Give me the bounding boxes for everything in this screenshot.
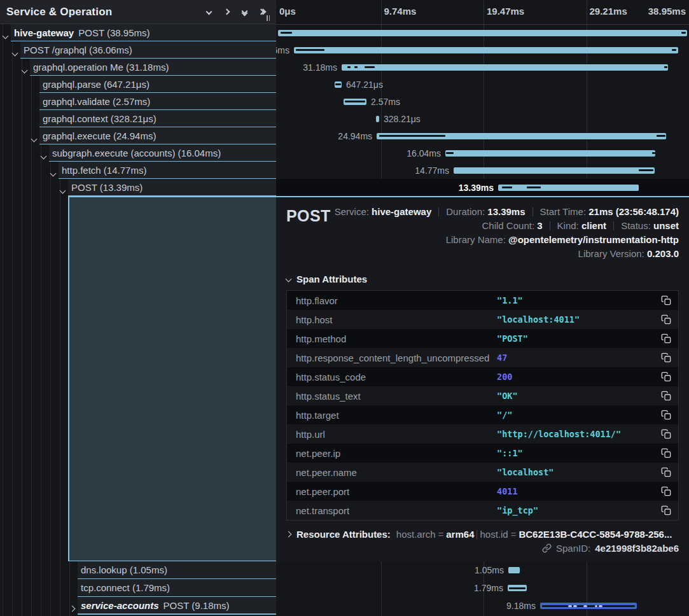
chevron-down-icon[interactable] — [32, 132, 36, 143]
selected-span-expansion — [68, 196, 276, 561]
collapse-all-icon[interactable] — [237, 4, 252, 20]
trace-viewer: Service & Operation 0μs9.74ms19.47ms29.2… — [0, 0, 689, 616]
span-label: graphql.validate (2.57ms) — [43, 96, 150, 107]
span-label: graphql.parse (647.21μs) — [43, 79, 150, 90]
chevron-down-icon[interactable] — [51, 167, 55, 178]
service-name: service-accounts — [81, 600, 159, 611]
span-tree-cell[interactable]: POST /graphql (36.06ms) — [20, 41, 276, 59]
pane-resize-handle[interactable] — [267, 15, 685, 615]
span-label: POST (9.18ms) — [164, 600, 230, 611]
chevron-right-icon[interactable] — [70, 602, 74, 613]
span-label: POST /graphql (36.06ms) — [24, 45, 132, 55]
span-tree-cell[interactable]: http.fetch (14.77ms) — [59, 162, 276, 179]
chevron-down-icon[interactable] — [13, 46, 17, 57]
chevron-down-icon[interactable] — [3, 29, 8, 40]
expand-one-icon[interactable] — [219, 4, 234, 20]
span-tree-cell[interactable]: POST (13.39ms) — [68, 179, 276, 196]
span-tree-cell[interactable]: graphql.context (328.21μs) — [39, 110, 276, 127]
service-operation-title: Service & Operation — [6, 6, 198, 18]
span-label: graphql.context (328.21μs) — [43, 113, 157, 124]
chevron-down-icon[interactable] — [22, 64, 27, 74]
span-tree-cell[interactable]: graphql.parse (647.21μs) — [39, 76, 276, 93]
span-label: subgraph.execute (accounts) (16.04ms) — [52, 148, 221, 158]
span-tree-cell[interactable]: graphql.operation Me (31.18ms) — [30, 59, 276, 76]
span-tree-cell[interactable]: dns.lookup (1.05ms) — [78, 561, 276, 579]
collapse-one-icon[interactable] — [201, 4, 216, 20]
span-tree-cell[interactable]: subgraph.execute (accounts) (16.04ms) — [49, 144, 276, 162]
span-label: POST (38.95ms) — [78, 27, 150, 38]
service-name: hive-gateway — [14, 27, 74, 38]
span-tree-cell[interactable]: graphql.execute (24.94ms) — [39, 127, 276, 144]
span-label: graphql.execute (24.94ms) — [43, 130, 156, 141]
span-tree-cell[interactable]: tcp.connect (1.79ms) — [78, 579, 276, 597]
span-label: dns.lookup (1.05ms) — [81, 564, 167, 575]
span-label: http.fetch (14.77ms) — [62, 165, 146, 176]
span-tree-cell[interactable]: graphql.validate (2.57ms) — [39, 93, 276, 110]
span-label: graphql.operation Me (31.18ms) — [33, 62, 169, 73]
chevron-down-icon[interactable] — [60, 184, 65, 195]
service-operation-header: Service & Operation — [0, 0, 276, 24]
span-tree-cell[interactable]: hive-gatewayPOST (38.95ms) — [11, 24, 276, 41]
span-label: tcp.connect (1.79ms) — [81, 582, 170, 593]
span-tree-cell[interactable]: service-accountsPOST (9.18ms) — [78, 597, 276, 615]
chevron-down-icon[interactable] — [41, 150, 46, 160]
span-label: POST (13.39ms) — [71, 182, 143, 193]
